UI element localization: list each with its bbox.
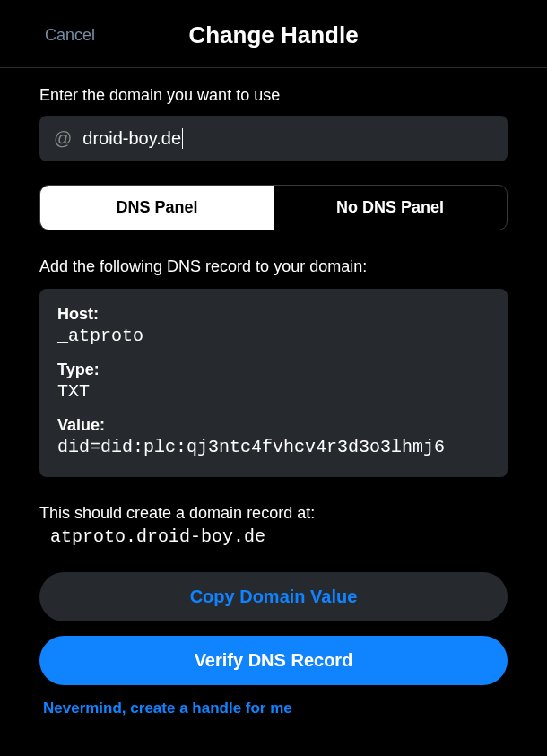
dns-type-value: TXT <box>57 381 490 402</box>
result-text: This should create a domain record at: <box>39 504 508 523</box>
dns-record-box: Host: _atproto Type: TXT Value: did=did:… <box>39 289 508 477</box>
dns-instruction: Add the following DNS record to your dom… <box>39 257 508 276</box>
domain-prompt: Enter the domain you want to use <box>39 86 508 105</box>
dns-value-label: Value: <box>57 416 490 435</box>
copy-domain-button[interactable]: Copy Domain Value <box>39 572 508 621</box>
header: Cancel Change Handle <box>0 0 547 68</box>
panel-tabs: DNS Panel No DNS Panel <box>39 185 508 230</box>
content: Enter the domain you want to use @ droid… <box>0 68 547 717</box>
domain-input[interactable]: droid-boy.de <box>82 128 183 149</box>
tab-no-dns-panel[interactable]: No DNS Panel <box>274 186 507 230</box>
result-domain: _atproto.droid-boy.de <box>39 526 508 547</box>
at-icon: @ <box>54 128 72 149</box>
cancel-button[interactable]: Cancel <box>45 26 95 45</box>
dns-type-label: Type: <box>57 361 490 379</box>
dns-value-value: did=did:plc:qj3ntc4fvhcv4r3d3o3lhmj6 <box>57 437 490 457</box>
dns-host-label: Host: <box>57 305 490 324</box>
nevermind-link[interactable]: Nevermind, create a handle for me <box>39 700 508 717</box>
tab-dns-panel[interactable]: DNS Panel <box>40 186 274 230</box>
verify-dns-button[interactable]: Verify DNS Record <box>39 636 508 685</box>
domain-input-wrap[interactable]: @ droid-boy.de <box>39 116 508 161</box>
dns-host-value: _atproto <box>57 326 490 346</box>
page-title: Change Handle <box>29 22 518 49</box>
